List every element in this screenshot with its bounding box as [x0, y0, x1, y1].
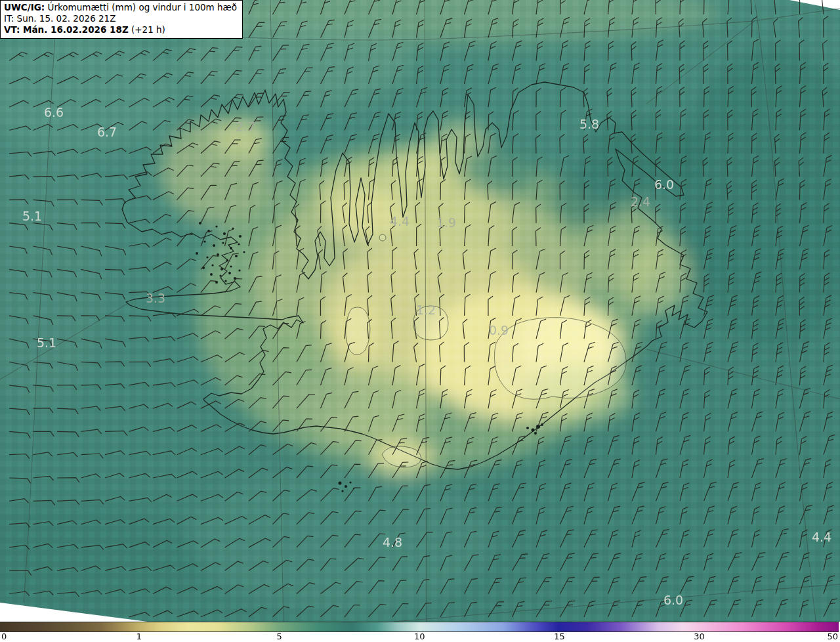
init-time: IT: Sun. 15. 02. 2026 21Z	[4, 13, 237, 24]
colorbar-tick: 15	[554, 631, 565, 641]
value-label: 1.2	[416, 303, 436, 317]
value-label: 6.7	[97, 125, 117, 139]
value-label: 5.8	[579, 117, 599, 131]
value-label: 0.9	[489, 323, 509, 337]
value-label: 5.1	[22, 209, 42, 223]
weather-map-page: 6.66.72.75.15.86.02.44.41.93.35.11.20.94…	[0, 0, 840, 642]
value-label: 6.0	[654, 177, 674, 192]
value-label: 4.4	[390, 214, 410, 228]
colorbar-tick: 5	[276, 631, 282, 641]
valid-time: VT: Mán. 16.02.2026 18Z (+21 h)	[4, 24, 237, 35]
value-label: 1.9	[436, 215, 456, 230]
value-label: 4.4	[812, 530, 831, 544]
colorbar-tick-labels: 01510153050	[0, 631, 840, 642]
colorbar-tick: 0	[1, 631, 7, 641]
colorbar-gradient	[0, 622, 839, 632]
colorbar-tick: 50	[827, 631, 838, 641]
value-label: 6.6	[44, 105, 64, 119]
value-label: 5.1	[37, 335, 56, 350]
colorbar: 01510153050	[0, 622, 840, 642]
map-title: UWC/IG: Úrkomumætti (mm) og vindur i 100…	[4, 2, 237, 13]
title-box: UWC/IG: Úrkomumætti (mm) og vindur i 100…	[0, 0, 243, 39]
colorbar-tick: 1	[136, 631, 142, 641]
value-label: 2.4	[631, 194, 650, 209]
value-label: 4.8	[383, 535, 402, 549]
colorbar-tick: 10	[414, 631, 425, 641]
value-label: 6.0	[663, 593, 683, 607]
weather-map: 6.66.72.75.15.86.02.44.41.93.35.11.20.94…	[0, 0, 840, 622]
colorbar-tick: 30	[694, 631, 705, 641]
value-label: 2.7	[236, 119, 255, 134]
value-label: 3.3	[146, 291, 165, 305]
